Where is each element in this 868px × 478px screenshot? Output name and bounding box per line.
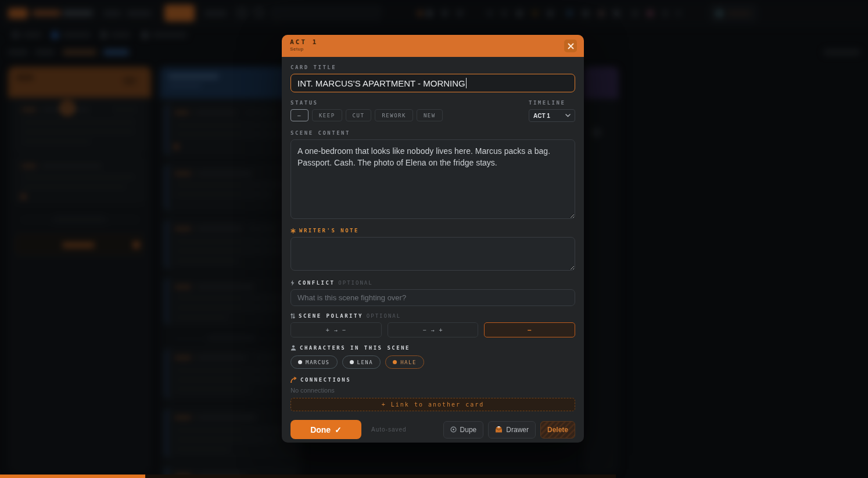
drawer-button[interactable]: Drawer [488,421,536,439]
card-title-input[interactable]: INT. MARCUS'S APARTMENT - MORNING [290,74,575,92]
app-window: ACT 1 Setup CARD TITLE INT. MARCUS'S APA… [0,0,868,478]
close-button[interactable] [564,39,577,52]
polarity-option-flat[interactable]: — [484,322,575,337]
scene-content-label: SCENE CONTENT [290,130,575,136]
delete-button[interactable]: Delete [540,421,575,439]
card-title-value: INT. MARCUS'S APARTMENT - MORNING [297,78,465,88]
text-caret [466,78,467,88]
writers-note-label: WRITER'S NOTE [290,228,575,233]
character-dot [298,360,302,364]
character-dot [350,360,354,364]
character-chip-hale[interactable]: HALE [385,355,424,369]
duplicate-icon [450,426,457,433]
link-to-card-button[interactable]: + Link to another card [290,398,575,411]
timeline-label: TIMELINE [529,100,575,106]
character-chip-marcus[interactable]: MARCUS [290,355,338,369]
writers-note-textarea[interactable] [290,237,575,271]
person-icon [290,345,296,351]
modal-title: ACT 1 [290,38,576,46]
modal-footer: Done ✓ Auto-saved Dupe Dr [290,420,575,439]
link-arrow-icon [290,377,297,383]
conflict-input[interactable] [290,289,575,306]
check-icon: ✓ [335,425,342,434]
status-option-rework[interactable]: REWORK [375,109,413,121]
status-option-none[interactable]: — [290,109,309,121]
asterisk-icon [290,228,296,233]
character-chip-lena[interactable]: LENA [342,355,381,369]
status-label: STATUS [290,100,443,106]
characters-label: CHARACTERS IN THIS SCENE [290,345,575,351]
modal-header: ACT 1 Setup [282,35,584,57]
status-option-keep[interactable]: KEEP [312,109,342,121]
done-button[interactable]: Done ✓ [290,420,361,439]
conflict-label: CONFLICT OPTIONAL [290,280,575,286]
updown-arrows-icon [290,313,295,319]
dupe-button[interactable]: Dupe [443,421,484,439]
status-option-cut[interactable]: CUT [346,109,372,121]
polarity-option-neg-to-pos[interactable]: − → + [388,322,479,337]
polarity-optional-tag: OPTIONAL [367,313,401,319]
status-option-new[interactable]: NEW [417,109,443,121]
timeline-select[interactable]: ACT 1 [529,109,575,122]
polarity-option-pos-to-neg[interactable]: + → − [290,322,382,337]
character-dot [393,360,397,364]
scene-content-textarea[interactable]: A one-bedroom that looks like nobody liv… [290,139,575,219]
autosave-status: Auto-saved [371,426,407,433]
close-icon [568,43,574,49]
lightning-icon [290,280,295,286]
no-connections-text: No connections [290,387,575,394]
card-editor-modal: ACT 1 Setup CARD TITLE INT. MARCUS'S APA… [282,35,584,443]
bottom-strip [145,475,616,478]
status-group: STATUS — KEEP CUT REWORK NEW [290,100,443,122]
card-title-label: CARD TITLE [290,64,575,70]
connections-label: CONNECTIONS [290,377,575,383]
drawer-box-icon [495,426,503,433]
polarity-label: SCENE POLARITY OPTIONAL [290,313,575,319]
chevron-down-icon [565,114,571,117]
timeline-group: TIMELINE ACT 1 [529,100,575,122]
conflict-optional-tag: OPTIONAL [338,280,372,286]
timeline-value: ACT 1 [533,113,550,119]
modal-subtitle: Setup [290,46,576,52]
bottom-progress-bar [0,475,145,478]
